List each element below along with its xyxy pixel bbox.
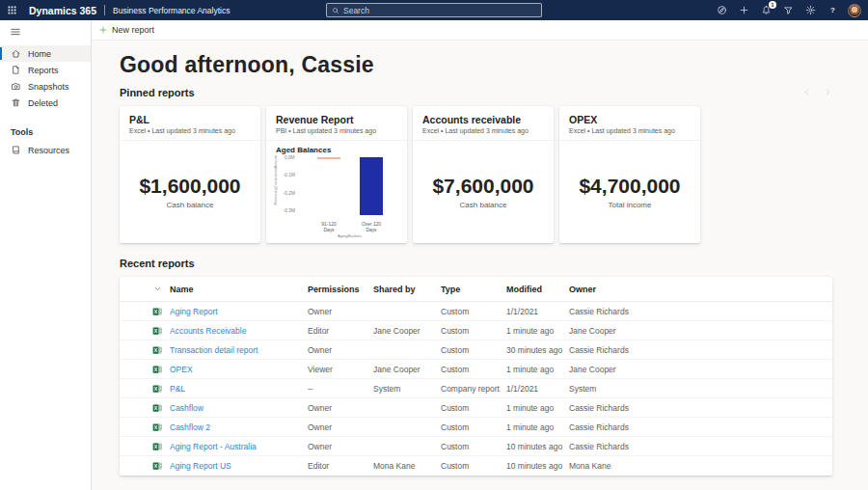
command-bar: New report [92,20,868,41]
sidebar-item-deleted[interactable]: Deleted [0,95,91,111]
carousel-nav [802,88,832,96]
help-icon[interactable]: ? [826,4,839,17]
pinned-cards-row: P&LExcel • Last updated 3 minutes ago$1,… [120,106,832,243]
column-header-type[interactable]: Type [441,285,506,294]
excel-file-icon: X [145,442,170,451]
cell-type: Custom [441,307,506,316]
cell-type: Custom [441,422,506,432]
sidebar-item-label: Home [28,49,51,59]
pinned-card-accounts-receivable[interactable]: Accounts receivableExcel • Last updated … [413,106,554,243]
compass-icon[interactable] [715,4,728,17]
chart-y-axis-label: RemainingTransactionAmount [274,171,278,204]
x-tick-label: 91-120 Days [317,222,340,232]
settings-icon[interactable] [803,4,817,17]
user-avatar[interactable] [848,4,861,17]
report-name-link[interactable]: P&L [170,384,308,394]
cell-type: Custom [441,442,506,451]
new-report-button[interactable]: New report [98,25,154,35]
pinned-reports-header: Pinned reports [120,86,832,98]
new-report-label: New report [112,25,154,35]
table-row[interactable]: XCashflowOwnerCustom1 minute agoCassie R… [120,398,832,418]
sidebar-item-resources[interactable]: Resources [0,142,91,158]
report-name-link[interactable]: Aging Report US [170,461,308,471]
page-body: Good afternoon, Cassie Pinned reports P&… [92,52,868,476]
cell-owner: Mona Kane [569,461,832,471]
add-icon[interactable] [737,4,750,17]
pinned-card-p-l[interactable]: P&LExcel • Last updated 3 minutes ago$1,… [120,106,260,243]
sidebar-item-label: Resources [28,146,69,155]
cell-permissions: Editor [308,326,373,336]
table-row[interactable]: XAging ReportOwnerCustom1/1/2021Cassie R… [120,302,832,321]
cell-owner: Cassie Richards [569,403,832,413]
table-row[interactable]: XP&L--SystemCompany report1/1/2021System [120,379,832,398]
report-name-link[interactable]: Cashflow 2 [170,422,308,432]
table-row[interactable]: XAging Report - AustraliaOwnerCustom10 m… [120,437,832,456]
cell-shared_by: Jane Cooper [373,326,441,336]
hamburger-menu-icon[interactable] [0,20,91,42]
chevron-left-icon[interactable] [802,88,811,96]
kpi-value: $1,600,000 [139,175,240,198]
home-icon [11,48,21,59]
excel-file-icon: X [145,461,170,471]
column-header-permissions[interactable]: Permissions [308,285,373,294]
column-header-modified[interactable]: Modified [506,285,569,294]
card-title: Accounts receivable [422,114,544,125]
pinned-reports-title: Pinned reports [120,87,195,98]
y-tick-label: 0.0M [285,155,295,160]
select-all-chevron-icon[interactable] [145,285,170,293]
app-launcher-waffle-icon[interactable] [0,0,23,20]
cell-modified: 1 minute ago [506,326,569,336]
global-search-box[interactable] [326,3,542,17]
column-header-shared-by[interactable]: Shared by [373,285,441,294]
filter-icon[interactable] [781,4,795,17]
plus-icon [98,25,108,35]
cell-type: Company report [441,384,506,394]
cell-owner: Cassie Richards [569,307,832,316]
bar-over-120-days [360,157,383,215]
cell-type: Custom [441,326,506,336]
snapshots-icon [11,81,21,92]
report-name-link[interactable]: Transaction detail report [170,345,308,355]
cell-modified: 1 minute ago [506,422,569,432]
sidebar-item-reports[interactable]: Reports [0,62,91,78]
cell-owner: Jane Cooper [569,365,832,374]
cell-type: Custom [441,365,506,374]
chevron-right-icon[interactable] [824,88,832,96]
sidebar-item-home[interactable]: Home [0,45,91,62]
table-row[interactable]: XAging Report USEditorMona KaneCustom10 … [120,456,832,476]
cell-modified: 30 minutes ago [506,345,569,355]
brand-title[interactable]: Dynamics 365 [29,5,96,16]
sidebar-item-label: Snapshots [28,82,69,92]
cell-permissions: Owner [308,345,373,355]
search-input[interactable] [343,6,536,15]
column-header-name[interactable]: Name [170,285,308,294]
deleted-icon [11,97,21,108]
report-name-link[interactable]: Aging Report - Australia [170,442,308,451]
report-name-link[interactable]: OPEX [170,365,308,374]
table-header-row: NamePermissionsShared byTypeModifiedOwne… [120,277,832,302]
pinned-card-opex[interactable]: OPEXExcel • Last updated 3 minutes ago$4… [559,106,700,243]
cell-owner: Cassie Richards [569,442,832,451]
table-row[interactable]: XTransaction detail reportOwnerCustom30 … [120,340,832,360]
table-row[interactable]: XCashflow 2OwnerCustom1 minute agoCassie… [120,418,832,437]
cell-permissions: Owner [308,442,373,451]
notifications-icon[interactable]: 1 [759,4,773,17]
resources-icon [11,145,21,155]
kpi-label: Cash balance [460,201,507,209]
table-row[interactable]: XOPEXViewerJane CooperCustom1 minute ago… [120,360,832,379]
card-title: OPEX [569,114,691,125]
pinned-card-revenue-report[interactable]: Revenue ReportPBI • Last updated 3 minut… [266,106,407,243]
excel-file-icon: X [145,326,170,336]
column-header-owner[interactable]: Owner [569,285,832,294]
sidebar-item-snapshots[interactable]: Snapshots [0,78,91,95]
topbar-actions: 1? [715,4,868,17]
svg-text:X: X [154,463,158,469]
kpi-label: Cash balance [167,201,214,209]
report-name-link[interactable]: Cashflow [170,403,308,413]
card-title: Revenue Report [276,114,397,125]
cell-modified: 10 minutes ago [506,461,569,471]
chart-x-axis-label: AgingBuckets [319,234,379,238]
report-name-link[interactable]: Accounts Receivable [170,326,308,336]
report-name-link[interactable]: Aging Report [170,307,308,316]
table-row[interactable]: XAccounts ReceivableEditorJane CooperCus… [120,321,832,340]
